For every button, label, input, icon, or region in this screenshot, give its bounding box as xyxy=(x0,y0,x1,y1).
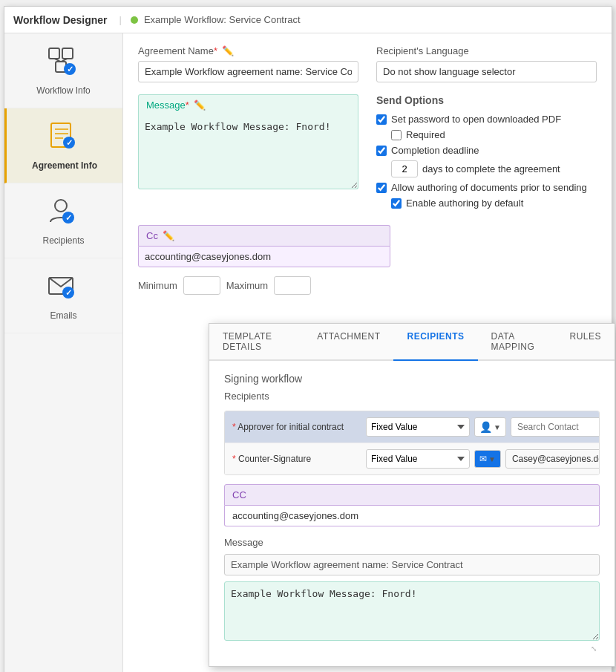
recipients-sub-title: Recipients xyxy=(224,391,600,402)
workflow-name-label: Example Workflow: Service Contract xyxy=(144,14,301,25)
recipients-icon: ✓ xyxy=(46,195,82,231)
sidebar-item-workflow-info[interactable]: ✓ Workflow Info xyxy=(4,33,122,108)
main-panel: Agreement Name* ✏️ Recipient's Language xyxy=(123,33,612,672)
chevron-down-icon: ▼ xyxy=(494,423,501,431)
sidebar-item-recipients[interactable]: ✓ Recipients xyxy=(4,183,122,258)
counter-sig-email-icon-btn[interactable]: ✉ ▼ xyxy=(474,450,501,468)
overlay-panel: TEMPLATE DETAILS ATTACHMENT RECIPIENTS D… xyxy=(209,323,615,667)
workflow-name-header: Example Workflow: Service Contract xyxy=(131,14,301,25)
maximum-label: Maximum xyxy=(226,280,268,291)
message-edit-icon[interactable]: ✏️ xyxy=(194,100,206,111)
message-send-row: Message* ✏️ Send Options Set password to… xyxy=(138,94,597,213)
svg-text:✓: ✓ xyxy=(65,213,71,222)
recipients-table: * Approver for initial contract Fixed Va… xyxy=(224,411,600,475)
recipients-language-input[interactable] xyxy=(376,61,597,82)
name-language-row: Agreement Name* ✏️ Recipient's Language xyxy=(138,45,597,82)
allow-authoring-label: Allow authoring of documents prior to se… xyxy=(391,182,587,193)
content-area: ✓ Workflow Info ✓ Agreeme xyxy=(4,33,612,672)
recipients-language-col: Recipient's Language xyxy=(376,45,597,82)
sidebar-item-emails-label: Emails xyxy=(50,310,76,321)
send-options-col: Send Options Set password to open downlo… xyxy=(376,94,597,213)
days-label: days to complete the agreement xyxy=(422,163,560,174)
message-body-textarea-overlay[interactable] xyxy=(224,581,600,641)
counter-sig-email-input[interactable] xyxy=(505,449,600,469)
counter-sig-label: * Counter-Signature xyxy=(232,454,366,464)
message-name-input-overlay[interactable] xyxy=(224,554,600,575)
cc-input-main[interactable] xyxy=(138,246,390,267)
agreement-name-col: Agreement Name* ✏️ xyxy=(138,45,358,82)
completion-deadline-row: Completion deadline xyxy=(376,145,597,156)
sidebar-item-emails[interactable]: ✓ Emails xyxy=(4,258,122,333)
svg-text:✓: ✓ xyxy=(66,138,73,147)
set-password-checkbox[interactable] xyxy=(376,114,387,125)
counter-sig-label-text: Counter-Signature xyxy=(238,454,311,464)
completion-deadline-checkbox[interactable] xyxy=(376,146,387,156)
table-row: * Approver for initial contract Fixed Va… xyxy=(225,411,599,443)
tab-rules[interactable]: RULES xyxy=(556,324,615,361)
min-max-row: Minimum Maximum xyxy=(138,276,597,295)
resize-handle: ⤡ xyxy=(224,643,600,654)
workflow-info-icon: ✓ xyxy=(46,45,82,81)
agreement-info-icon: ✓ xyxy=(47,120,82,156)
tab-attachment[interactable]: ATTACHMENT xyxy=(304,324,393,361)
message-section-overlay: Message ⤡ xyxy=(224,537,600,654)
tab-template-details[interactable]: TEMPLATE DETAILS xyxy=(209,324,304,361)
completion-deadline-label: Completion deadline xyxy=(391,145,479,156)
emails-icon: ✓ xyxy=(46,270,82,306)
signing-workflow-title: Signing workflow xyxy=(224,373,600,385)
send-options-label: Send Options xyxy=(376,94,597,106)
message-textarea[interactable] xyxy=(138,115,358,189)
tab-recipients[interactable]: RECIPIENTS xyxy=(393,324,477,361)
sidebar-item-recipients-label: Recipients xyxy=(42,235,84,246)
days-input[interactable] xyxy=(391,160,418,177)
enable-authoring-row: Enable authoring by default xyxy=(391,198,597,209)
app-title: Workflow Designer xyxy=(13,14,108,26)
person-icon: 👤 xyxy=(479,421,492,433)
panel-content: Signing workflow Recipients * Approver f… xyxy=(209,361,615,666)
sidebar: ✓ Workflow Info ✓ Agreeme xyxy=(4,33,123,672)
sidebar-item-agreement-info[interactable]: ✓ Agreement Info xyxy=(4,108,122,183)
svg-text:✓: ✓ xyxy=(65,288,71,297)
approver-label-text: Approver for initial contract xyxy=(237,422,344,432)
required-label: Required xyxy=(406,129,445,140)
header-separator: | xyxy=(119,14,122,25)
approver-search-input[interactable] xyxy=(511,417,600,437)
set-password-label: Set password to open downloaded PDF xyxy=(391,114,561,125)
cc-text: Cc xyxy=(146,230,158,241)
svg-text:✓: ✓ xyxy=(66,65,73,74)
counter-sig-type-select[interactable]: Fixed Value Variable xyxy=(366,449,470,469)
cc-section-overlay-label: CC xyxy=(224,484,600,506)
minimum-input[interactable] xyxy=(183,276,220,295)
required-checkbox[interactable] xyxy=(391,130,402,140)
approver-type-select[interactable]: Fixed Value Variable xyxy=(366,417,470,437)
header-bar: Workflow Designer | Example Workflow: Se… xyxy=(4,7,612,33)
sidebar-item-workflow-info-label: Workflow Info xyxy=(36,85,90,96)
tab-data-mapping[interactable]: DATA MAPPING xyxy=(478,324,557,361)
sidebar-item-agreement-info-label: Agreement Info xyxy=(32,160,97,171)
enable-authoring-label: Enable authoring by default xyxy=(406,198,523,209)
days-row: days to complete the agreement xyxy=(391,160,597,177)
svg-rect-1 xyxy=(62,48,73,59)
status-dot xyxy=(131,16,138,24)
cc-section-main: Cc ✏️ xyxy=(138,225,390,267)
chevron-down-icon: ▼ xyxy=(488,455,496,463)
cc-section-overlay: CC accounting@caseyjones.dom xyxy=(224,484,600,526)
agreement-name-input[interactable] xyxy=(138,61,358,82)
cc-section-overlay-value: accounting@caseyjones.dom xyxy=(224,506,600,526)
table-row: * Counter-Signature Fixed Value Variable… xyxy=(225,443,599,474)
required-row: Required xyxy=(391,129,597,140)
approver-person-icon-btn[interactable]: 👤 ▼ xyxy=(474,417,506,437)
message-section-title: Message xyxy=(224,537,600,548)
maximum-input[interactable] xyxy=(274,276,311,295)
agreement-name-label: Agreement Name* ✏️ xyxy=(138,45,358,56)
message-label-area: Message* ✏️ xyxy=(138,94,358,115)
email-icon: ✉ xyxy=(479,454,487,464)
cc-edit-icon[interactable]: ✏️ xyxy=(163,230,174,241)
message-col: Message* ✏️ xyxy=(138,94,358,213)
agreement-name-edit-icon[interactable]: ✏️ xyxy=(222,45,234,56)
tabs-bar: TEMPLATE DETAILS ATTACHMENT RECIPIENTS D… xyxy=(209,324,615,361)
enable-authoring-checkbox[interactable] xyxy=(391,198,402,209)
svg-point-13 xyxy=(55,200,67,212)
svg-rect-0 xyxy=(49,48,59,59)
allow-authoring-checkbox[interactable] xyxy=(376,183,387,193)
